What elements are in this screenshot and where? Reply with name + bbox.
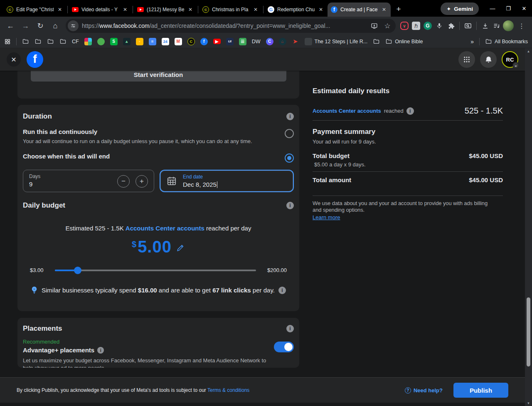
scroll-up-arrow[interactable]: ▲ (525, 48, 532, 54)
google-keep-bookmark-icon[interactable]: ◦ (136, 38, 143, 45)
list-bookmark-icon[interactable]: ☰ (239, 38, 246, 45)
bookmark-folder[interactable] (22, 38, 29, 45)
forward-button[interactable]: → (18, 19, 32, 33)
info-icon[interactable]: i (97, 347, 104, 354)
url-text[interactable]: https://www.facebook.com/ad_center/creat… (82, 22, 368, 29)
tab-video-details[interactable]: Video details - Y ✕ (69, 2, 132, 17)
bookmark-dw[interactable]: DW (252, 39, 261, 45)
profile-avatar[interactable]: RC ⌄ (502, 51, 518, 68)
info-icon[interactable]: i (286, 202, 294, 209)
tab-create-ad-active[interactable]: f Create ad | Facel ✕ (328, 2, 391, 17)
tab-edit-page[interactable]: C Edit Page "Christ ✕ (3, 2, 66, 17)
pocket-extension-icon[interactable]: ∨ (399, 20, 410, 31)
slack-bookmark-icon[interactable] (84, 38, 92, 45)
close-ad-creation-button[interactable]: ✕ (7, 52, 21, 67)
c-bookmark-icon[interactable]: C (266, 38, 273, 45)
radio-unselected[interactable] (285, 129, 294, 138)
need-help-link[interactable]: ? Need help? (405, 387, 443, 394)
slider-thumb[interactable] (74, 267, 81, 274)
tab-close-icon[interactable]: ✕ (381, 6, 387, 13)
accounts-center-link[interactable]: Accounts Center accounts (313, 108, 381, 114)
minimize-button[interactable]: — (485, 0, 500, 17)
separator (479, 38, 480, 45)
bookmark-12-steps[interactable]: The 12 Steps | Life R... (305, 38, 368, 45)
microphone-icon[interactable] (434, 20, 445, 31)
bookmark-online-bible[interactable]: Online Bible (385, 38, 423, 45)
new-tab-button[interactable]: + (392, 3, 405, 15)
tab-messy[interactable]: (1212) Messy Be ✕ (134, 2, 197, 17)
restore-button[interactable]: ❐ (500, 0, 516, 17)
learn-more-link[interactable]: Learn more (313, 214, 340, 220)
apps-menu-button[interactable] (458, 51, 475, 68)
run-continuously-option[interactable]: Run this ad continuously Your ad will co… (23, 128, 294, 144)
google-docs-bookmark-icon[interactable]: ≡ (149, 38, 156, 45)
gemini-button[interactable]: ✦ Gemini (441, 2, 479, 15)
info-icon[interactable]: i (286, 325, 294, 332)
publish-button[interactable]: Publish (453, 383, 508, 398)
gmail-bookmark-icon[interactable]: M (175, 38, 182, 45)
info-icon[interactable]: i (278, 287, 286, 294)
edit-pencil-icon[interactable] (176, 243, 185, 253)
window-close-button[interactable]: ✕ (516, 0, 532, 17)
apps-grid-icon[interactable] (4, 38, 11, 45)
back-button[interactable]: ← (3, 19, 17, 33)
scrollbar-thumb[interactable] (527, 297, 530, 366)
facebook-logo[interactable]: f (27, 51, 43, 68)
radio-selected[interactable] (285, 153, 294, 163)
choose-end-option[interactable]: Choose when this ad will end (23, 153, 294, 163)
bookmark-folder[interactable] (59, 38, 66, 45)
separator (263, 6, 264, 13)
browser-menu-kebab-icon[interactable]: ⋮ (515, 19, 529, 33)
scroll-down-arrow[interactable]: ▼ (525, 400, 532, 406)
install-app-icon[interactable] (368, 20, 380, 32)
bookmark-folder[interactable] (373, 38, 380, 45)
tab-redemption[interactable]: G Redemption Chu ✕ (264, 2, 328, 17)
all-bookmarks-button[interactable]: All Bookmarks (485, 38, 528, 45)
bookmarks-overflow-chevron[interactable]: » (470, 38, 474, 45)
decrement-days-button[interactable]: − (117, 175, 130, 188)
google-calendar-bookmark-icon[interactable]: 24 (162, 38, 169, 45)
youtube-bookmark-icon[interactable]: ▶ (213, 39, 221, 44)
days-input[interactable]: Days 9 − + (23, 170, 154, 192)
tab-search-icon[interactable] (463, 20, 473, 31)
gloo-bookmark-icon[interactable] (97, 38, 105, 45)
church-bookmark-icon[interactable]: ⌂ (279, 38, 286, 45)
increment-days-button[interactable]: + (135, 175, 148, 188)
separator (67, 6, 68, 13)
playlist-icon[interactable] (491, 20, 502, 31)
sling-bookmark-icon[interactable]: S (110, 38, 118, 45)
tree-bookmark-icon[interactable]: ▲ (123, 38, 131, 45)
reload-button[interactable]: ↻ (33, 19, 47, 33)
bookmark-star-icon[interactable]: ☆ (382, 20, 393, 32)
tab-close-icon[interactable]: ✕ (57, 6, 63, 13)
notifications-button[interactable] (480, 51, 497, 68)
home-button[interactable]: ⌂ (48, 19, 62, 33)
address-bar[interactable]: https://www.facebook.com/ad_center/creat… (66, 19, 396, 33)
downloads-icon[interactable] (480, 20, 490, 31)
tab-close-icon[interactable]: ✕ (252, 6, 259, 13)
hbar-extension-icon[interactable]: ℏ (411, 20, 421, 31)
bookmark-folder[interactable] (47, 38, 54, 45)
ui-bookmark-icon[interactable]: UI (226, 38, 234, 45)
site-info-icon[interactable] (68, 20, 79, 31)
browser-profile-avatar[interactable] (503, 20, 514, 31)
rc-bookmark-icon[interactable]: C (187, 38, 195, 45)
facebook-bookmark-icon[interactable]: f (200, 38, 208, 45)
extensions-puzzle-icon[interactable] (446, 20, 456, 31)
tab-close-icon[interactable]: ✕ (122, 6, 128, 13)
red-bookmark-icon[interactable]: ➤ (292, 38, 299, 45)
advantage-placements-toggle[interactable] (274, 342, 294, 352)
tab-christmas[interactable]: C Christmas in Pla ✕ (199, 2, 262, 17)
tab-close-icon[interactable]: ✕ (318, 6, 324, 13)
info-icon[interactable]: i (406, 107, 414, 115)
grammarly-extension-icon[interactable]: G (422, 20, 433, 31)
bookmark-cf[interactable]: CF (72, 39, 79, 45)
slider-track[interactable] (55, 270, 256, 271)
tab-close-icon[interactable]: ✕ (187, 6, 194, 13)
bookmark-folder[interactable] (34, 38, 42, 45)
page-scrollbar[interactable]: ▲ ▼ (525, 48, 532, 406)
info-icon[interactable]: i (286, 113, 294, 120)
end-date-input[interactable]: End date Dec 8, 2025 (160, 170, 294, 192)
terms-conditions-link[interactable]: Terms & conditions (207, 387, 249, 393)
accounts-center-link[interactable]: Accounts Center accounts (126, 225, 204, 232)
